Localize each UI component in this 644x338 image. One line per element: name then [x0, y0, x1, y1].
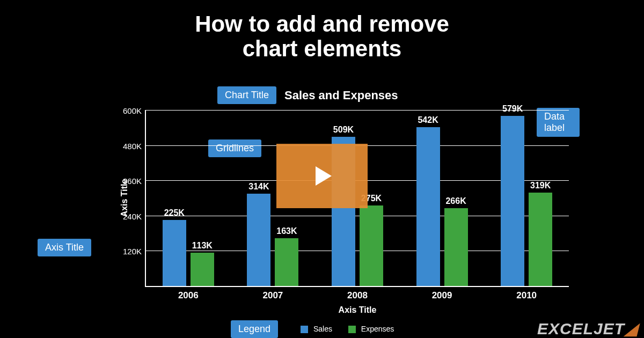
- data-label: 542K: [416, 115, 440, 125]
- brand-text: EXCELJET: [537, 320, 625, 337]
- bar-sales: 314K: [247, 194, 270, 286]
- legend-label-expenses: Expenses: [361, 325, 394, 333]
- bar-expenses: 163K: [275, 238, 298, 286]
- x-tick: 2007: [231, 290, 316, 301]
- legend-item-sales: Sales: [301, 325, 332, 333]
- data-label: 266K: [444, 196, 468, 206]
- y-tick: 360K: [123, 177, 142, 186]
- bar-group-2009: 542K 266K 2009: [400, 110, 485, 286]
- data-label: 225K: [163, 208, 186, 218]
- bar-sales: 542K: [416, 127, 440, 286]
- data-label: 314K: [247, 182, 270, 192]
- legend-swatch-sales: [301, 326, 308, 333]
- play-icon: [306, 160, 338, 192]
- chart-title-text: Sales and Expenses: [284, 89, 398, 102]
- y-tick: 240K: [123, 211, 142, 221]
- data-label: 113K: [191, 241, 214, 251]
- y-tick: 480K: [123, 141, 142, 150]
- x-tick: 2010: [484, 290, 569, 301]
- legend: Sales Expenses: [301, 325, 394, 333]
- x-tick: 2006: [146, 290, 231, 301]
- chart-container: Chart Title Sales and Expenses Gridlines…: [113, 83, 580, 335]
- bar-sales: 579K: [501, 116, 524, 286]
- data-label: 579K: [501, 104, 524, 114]
- bar-expenses: 275K: [360, 205, 383, 286]
- brand-accent-icon: ◢: [625, 320, 638, 337]
- x-tick: 2008: [315, 290, 400, 301]
- callout-legend[interactable]: Legend: [231, 320, 278, 338]
- title-line-1: How to add and remove: [195, 11, 449, 36]
- legend-swatch-expenses: [348, 326, 356, 333]
- y-tick: 600K: [123, 106, 142, 115]
- bar-expenses: 113K: [191, 253, 214, 286]
- x-tick: 2009: [400, 290, 485, 301]
- data-label: 163K: [275, 226, 298, 236]
- bar-expenses: 319K: [529, 193, 552, 286]
- legend-item-expenses: Expenses: [348, 325, 394, 333]
- data-label: 319K: [529, 181, 552, 190]
- page-title: How to add and remove chart elements: [0, 12, 644, 61]
- y-tick: 120K: [123, 247, 142, 256]
- bar-group-2006: 225K 113K 2006: [146, 110, 231, 286]
- title-line-2: chart elements: [0, 36, 644, 61]
- play-button[interactable]: [276, 144, 368, 208]
- bar-sales: 225K: [163, 220, 186, 286]
- data-label: 509K: [332, 125, 355, 135]
- brand-logo: EXCELJET◢: [537, 319, 638, 338]
- bar-expenses: 266K: [444, 208, 468, 286]
- bar-group-2010: 579K 319K 2010: [484, 110, 569, 286]
- callout-chart-title[interactable]: Chart Title: [217, 86, 276, 104]
- svg-marker-0: [316, 166, 332, 186]
- callout-axis-title[interactable]: Axis Title: [38, 239, 91, 256]
- x-axis-title: Axis Title: [146, 305, 569, 315]
- legend-label-sales: Sales: [313, 325, 332, 333]
